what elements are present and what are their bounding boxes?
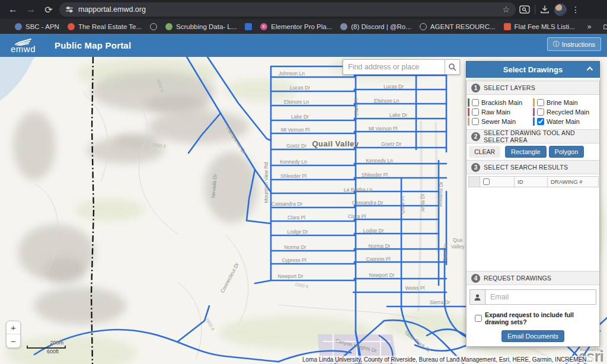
bookmark-item[interactable] [146,22,161,31]
person-icon [474,293,481,301]
layer-color-swatch [468,98,469,107]
emwd-logo-text: emwd [11,44,36,53]
bookmarks-overflow-icon[interactable]: » [584,23,595,31]
zoom-out-button[interactable]: − [7,334,20,347]
svg-text:Kennedy Ln: Kennedy Ln [280,159,307,165]
tab-search-icon[interactable] [519,5,530,14]
profile-avatar[interactable] [554,4,567,16]
bookmark-label: AGENT RESOURC... [430,23,496,30]
layer-row: Recycled Main [533,107,598,116]
bookmark-item[interactable] [241,22,256,31]
section-3-label: SELECT SEARCH RESULTS [484,164,568,171]
layer-label: Raw Main [481,108,510,116]
toolbar-divider [535,5,535,14]
elementor-icon: E [260,23,267,30]
email-documents-button[interactable]: Email Documents [501,330,564,342]
collapse-caret-icon[interactable] [586,66,593,71]
all-bookmarks-button[interactable]: All Bookmarks [600,20,607,34]
svg-text:Anita Dr: Anita Dr [420,193,426,212]
svg-text:Quail Pl: Quail Pl [399,196,405,214]
map-attribution: Loma Linda University, County of Riversi… [299,356,595,363]
browser-menu-icon[interactable]: ⋮ [571,5,580,14]
globe-icon [150,23,157,30]
drawing-tools-row: CLEAR Rectangle Polygon [467,143,599,160]
select-all-checkbox[interactable] [483,178,490,185]
svg-text:Cypress Pl: Cypress Pl [282,257,306,263]
pen-icon [245,23,252,30]
id-column-header[interactable]: ID [515,176,548,187]
reload-icon[interactable]: ⟳ [41,2,56,17]
bookmark-item[interactable]: EElementor Pro Pla... [256,22,336,31]
expand-request-row: Expand request to include full drawing s… [467,307,599,327]
polygon-tool-button[interactable]: Polygon [549,146,584,158]
layer-checkbox[interactable] [537,118,544,125]
bookmark-label: SBC - APN [25,23,59,30]
bookmark-item[interactable]: AGENT RESOURC... [416,22,500,31]
download-icon[interactable] [540,5,550,14]
svg-text:Johnson Ln: Johnson Ln [279,71,305,76]
select-drawings-panel: Select Drawings 1 SELECT LAYERS Brackish… [466,61,600,347]
site-settings-icon[interactable] [65,5,74,14]
map-search [343,59,460,75]
svg-text:Qua: Qua [453,237,462,243]
layer-checkbox[interactable] [472,118,479,125]
svg-text:Clara Pl: Clara Pl [287,215,305,221]
search-button[interactable] [445,59,460,75]
section-4-label: REQUEST DRAWINGS [484,274,551,282]
expand-request-checkbox[interactable] [475,315,482,322]
layer-checkbox[interactable] [537,108,544,116]
bookmark-item[interactable]: (8) Discord | @Ro... [336,22,416,31]
layer-color-swatch [468,108,469,116]
select-all-cell [480,176,515,187]
zoom-control: + − [6,321,21,348]
bookmark-star-icon[interactable]: ☆ [502,5,510,14]
bookmark-label: The Real Estate Te... [78,23,142,30]
email-field[interactable] [485,289,596,305]
box-icon [504,23,511,30]
step-4-badge: 4 [471,274,480,283]
instructions-button[interactable]: ⓘ Instructions [547,37,601,51]
bookmark-item[interactable]: Flat Fee MLS Listi... [500,22,579,31]
layer-color-swatch [533,117,535,126]
bookmark-item[interactable]: Scrubbing Data- L... [161,22,241,31]
panel-title: Select Drawings [503,65,563,74]
person-icon-box [469,289,485,305]
bookmark-item[interactable]: The Real Estate Te... [63,22,146,31]
layer-row: Brackish Main [468,98,533,107]
clear-button[interactable]: CLEAR [469,146,500,158]
back-icon[interactable]: ← [6,2,20,17]
browser-toolbar: ← → ⟳ mapportal.emwd.org ☆ ⋮ [0,0,607,19]
zoom-in-button[interactable]: + [7,321,20,334]
svg-text:Norma Dr: Norma Dr [369,243,391,249]
url-text[interactable]: mapportal.emwd.org [78,5,497,14]
svg-text:Lodge Dr: Lodge Dr [363,228,384,234]
svg-text:Cassandra Dr: Cassandra Dr [352,200,384,206]
toolbar-right: ⋮ [519,4,580,16]
step-2-badge: 2 [471,132,480,141]
svg-text:Newport Dr: Newport Dr [278,273,304,279]
svg-text:Shleeder Pl: Shleeder Pl [362,172,388,178]
bookmark-item[interactable]: SBC - APN [11,22,63,31]
layer-color-swatch [533,108,535,116]
svg-text:Elsinore Ln: Elsinore Ln [284,99,309,105]
layer-checkbox[interactable] [472,108,479,116]
rectangle-tool-button[interactable]: Rectangle [505,146,547,158]
omnibox[interactable]: mapportal.emwd.org ☆ [59,2,516,17]
layer-row: Brine Main [533,98,598,107]
layer-checkbox[interactable] [472,99,479,106]
svg-text:Lake Dr: Lake Dr [389,112,407,118]
step-1-badge: 1 [471,84,480,92]
layer-checkbox[interactable] [537,99,544,106]
search-input[interactable] [343,59,445,75]
scale-imperial-label: 600ft [27,349,66,355]
instructions-label: Instructions [562,41,595,48]
section-drawing-tool: 2 SELECT DRAWING TOOL AND SELECT AREA [467,129,599,143]
drawing-column-header[interactable]: DRAWING # [548,176,599,187]
svg-text:Lucas Dr: Lucas Dr [384,84,404,90]
forward-icon[interactable]: → [24,2,38,17]
svg-text:Goetz Dr: Goetz Dr [381,141,401,147]
panel-header[interactable]: Select Drawings [466,61,600,78]
layer-label: Brine Main [547,99,578,106]
email-row [467,285,599,307]
info-icon: ⓘ [553,40,560,49]
